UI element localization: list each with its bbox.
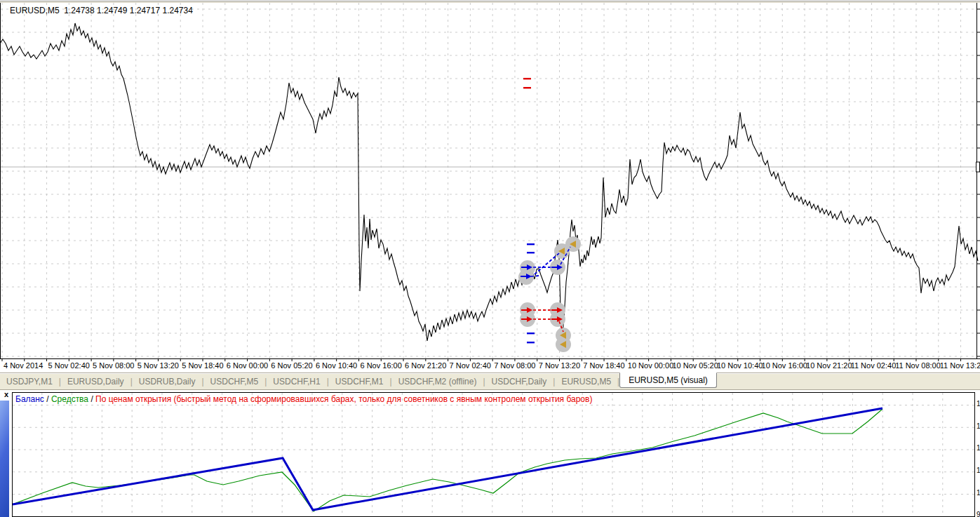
tab-usdchf-m2-offline-[interactable]: USDCHF,M2 (offline) [392, 377, 483, 387]
time-axis-label: 10 Nov 05:20 [672, 361, 718, 370]
time-axis-label: 7 Nov 18:40 [583, 361, 624, 370]
order-level-dash [523, 78, 531, 79]
scale-digit: 1 [976, 489, 980, 497]
scale-digit: 1 [976, 466, 980, 474]
time-axis-label: 10 Nov 10:40 [717, 361, 763, 370]
scale-digit: 1 [976, 400, 980, 408]
legend-separator: / [88, 394, 95, 404]
close-icon[interactable]: x [2, 391, 11, 399]
legend-equity-label: Средства [51, 394, 88, 404]
time-axis-label: 10 Nov 00:00 [628, 361, 673, 370]
time-axis-label: 10 Nov 16:00 [762, 361, 807, 370]
time-axis-label: 5 Nov 13:20 [137, 361, 179, 370]
time-axis-label: 6 Nov 00:00 [227, 361, 268, 370]
time-axis-label: 6 Nov 16:00 [360, 361, 401, 370]
time-axis-label: 7 Nov 13:20 [539, 361, 580, 370]
time-axis-label: 6 Nov 21:20 [405, 361, 446, 370]
time-axis-label: 11 Nov 13:2 [940, 361, 980, 370]
order-level-dash [527, 342, 535, 343]
tester-graph-box: Баланс / Средства / По ценам открытия (б… [12, 392, 975, 517]
tab-usdjpy-m1[interactable]: USDJPY,M1 [0, 377, 59, 387]
tab-usdchf-m5[interactable]: USDCHF,M5 [204, 377, 265, 387]
legend-separator: / [44, 394, 51, 404]
tab-usdchf-daily[interactable]: USDCHF,Daily [485, 377, 553, 387]
time-axis-label: 10 Nov 21:20 [806, 361, 852, 370]
tester-chart-canvas[interactable] [13, 393, 974, 516]
time-axis-label: 6 Nov 10:40 [316, 361, 357, 370]
chart-tab-bar: USDJPY,M1|EURUSD,Daily|USDRUB,Daily|USDC… [0, 372, 980, 390]
tester-panel: x Баланс / Средства / По ценам открытия … [0, 389, 980, 517]
time-axis-label: 11 Nov 08:00 [895, 361, 941, 370]
time-axis-label: 4 Nov 2014 [4, 361, 43, 370]
time-axis-label: 11 Nov 02:40 [851, 361, 897, 370]
order-level-dash [527, 333, 535, 334]
time-axis-label: 7 Nov 02:40 [450, 361, 491, 370]
time-axis-label: 5 Nov 18:40 [182, 361, 223, 370]
tab-eurusd-daily[interactable]: EURUSD,Daily [61, 377, 130, 387]
time-axis-label: 5 Nov 02:40 [48, 361, 90, 370]
chart-title-ohlc: EURUSD,M5 1.24738 1.24749 1.24717 1.2473… [10, 6, 193, 15]
time-axis-label: 5 Nov 08:00 [93, 361, 134, 370]
equity-line [13, 409, 882, 511]
legend-balance-label: Баланс [15, 394, 44, 404]
price-chart-canvas[interactable]: 4 Nov 20145 Nov 02:405 Nov 08:005 Nov 13… [0, 0, 980, 372]
balance-line [13, 408, 882, 510]
legend-mode-note: По ценам открытия (быстрый метод на сфор… [95, 394, 592, 404]
mt4-terminal-window: 4 Nov 20145 Nov 02:405 Nov 08:005 Nov 13… [0, 0, 980, 517]
scale-digit: 1 [976, 444, 980, 452]
tab-eurusd-m5[interactable]: EURUSD,M5 [555, 377, 617, 387]
tester-legend: Баланс / Средства / По ценам открытия (б… [15, 394, 592, 404]
scale-digit: 1 [976, 422, 980, 430]
order-level-dash [527, 252, 535, 253]
scale-digit: 9 [976, 511, 980, 517]
tab-eurusd-m5-visual-[interactable]: EURUSD,M5 (visual) [619, 372, 717, 388]
tab-usdchf-h1[interactable]: USDCHF,H1 [267, 377, 326, 387]
tab-usdrub-daily[interactable]: USDRUB,Daily [133, 377, 202, 387]
time-axis-label: 6 Nov 05:20 [271, 361, 312, 370]
panel-drag-handle[interactable] [0, 401, 9, 517]
time-axis-label: 7 Nov 08:00 [494, 361, 535, 370]
order-level-dash [523, 87, 531, 88]
tab-usdchf-m1[interactable]: USDCHF,M1 [329, 377, 390, 387]
order-level-dash [527, 243, 535, 245]
